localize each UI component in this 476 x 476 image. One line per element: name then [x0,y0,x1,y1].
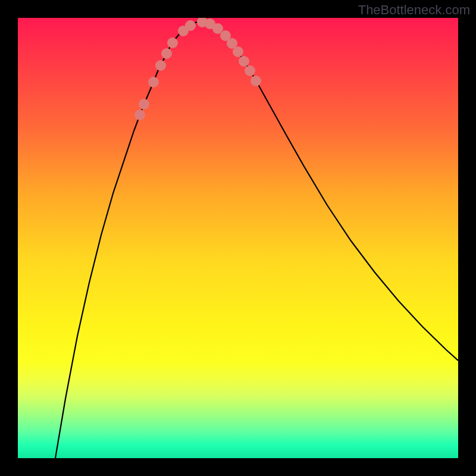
curve-line [55,21,458,458]
marker-dot [245,65,255,76]
marker-dot [185,20,196,31]
marker-dot [239,56,249,67]
watermark-text: TheBottleneck.com [358,2,470,18]
marker-dot [139,99,149,109]
marker-dot [134,109,145,120]
plot-area [18,18,458,458]
marker-dot [161,48,172,59]
marker-dot [155,60,166,71]
marker-dot [250,76,261,86]
marker-dot [233,46,243,57]
marker-dot [148,77,159,87]
marker-dot [167,37,178,48]
curve-markers [134,18,261,120]
bottleneck-curve [18,18,458,458]
